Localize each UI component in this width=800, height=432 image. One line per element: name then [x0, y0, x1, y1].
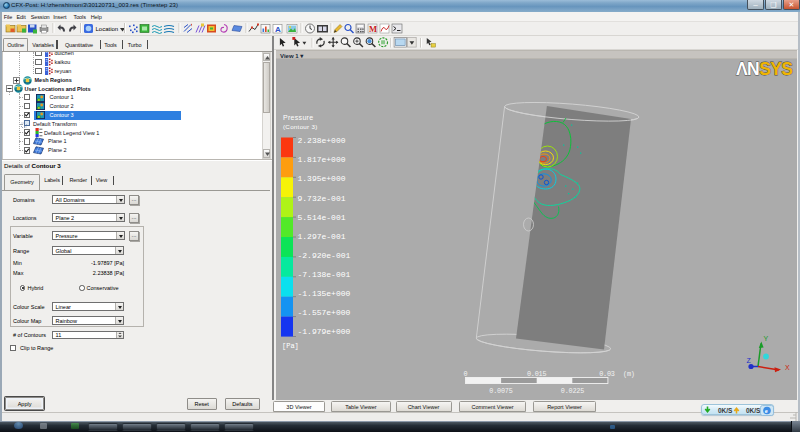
svg-text:0.0075: 0.0075 — [489, 387, 512, 395]
svg-text:M: M — [369, 24, 377, 34]
svg-text:0K/S: 0K/S — [718, 407, 733, 414]
svg-text:0: 0 — [464, 369, 468, 377]
svg-text:0K/S: 0K/S — [746, 407, 761, 414]
svg-text:1.817e+000: 1.817e+000 — [298, 155, 346, 164]
svg-text:5.514e-001: 5.514e-001 — [298, 212, 346, 221]
svg-text:(Contour 3): (Contour 3) — [283, 123, 318, 130]
svg-text:Location: Location — [96, 26, 119, 32]
svg-text:[Pa]: [Pa] — [282, 341, 299, 349]
svg-text:-7.138e-001: -7.138e-001 — [298, 269, 351, 278]
svg-text:0.0225: 0.0225 — [561, 387, 584, 395]
svg-text:X: X — [785, 364, 790, 371]
svg-text:-1.557e+000: -1.557e+000 — [298, 308, 351, 317]
svg-text:0.03: 0.03 — [599, 369, 615, 377]
svg-text:2.238e+000: 2.238e+000 — [298, 136, 346, 145]
svg-text:(m): (m) — [623, 369, 635, 377]
svg-text:A: A — [275, 25, 281, 34]
svg-text:e: e — [765, 407, 768, 414]
svg-text:1.297e-001: 1.297e-001 — [298, 231, 346, 240]
svg-text:-1.979e+000: -1.979e+000 — [298, 327, 351, 336]
svg-text:Pressure: Pressure — [283, 114, 313, 121]
svg-text:ΛNSYS: ΛNSYS — [736, 59, 792, 79]
svg-text:0.015: 0.015 — [527, 369, 547, 377]
svg-text:Z: Z — [747, 357, 752, 364]
svg-text:-1.135e+000: -1.135e+000 — [298, 289, 351, 298]
svg-text:Y: Y — [764, 334, 769, 341]
svg-text:1.395e+000: 1.395e+000 — [298, 174, 346, 183]
svg-text:9.732e-001: 9.732e-001 — [298, 193, 346, 202]
svg-text:-2.920e-001: -2.920e-001 — [298, 250, 351, 259]
